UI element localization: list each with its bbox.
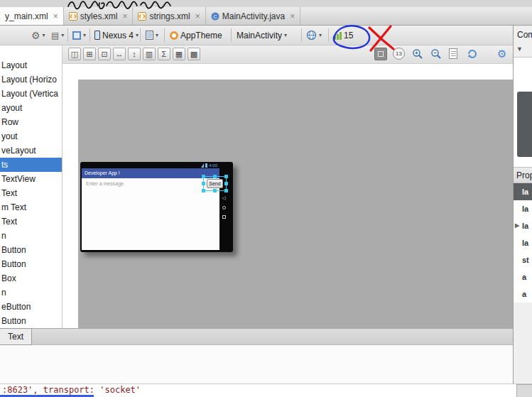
toolbar-separator [164, 28, 165, 42]
toolbar-separator [89, 28, 90, 42]
selection-handle[interactable] [213, 175, 217, 178]
palette-panel: Layout Layout (Horizo Layout (Vertica ay… [0, 45, 63, 328]
close-icon[interactable]: × [290, 11, 295, 21]
palette-item[interactable]: n [0, 285, 62, 300]
dropdown-caret-icon: ▾ [43, 32, 45, 38]
palette-item[interactable]: Row [0, 115, 62, 129]
property-row[interactable]: ▶la [514, 217, 532, 234]
export-image-button[interactable] [449, 48, 457, 59]
globe-icon [306, 30, 317, 40]
configuration-picker[interactable]: ▾ [72, 26, 86, 45]
palette-item[interactable]: eButton [0, 300, 62, 314]
palette-item[interactable]: veLayout [0, 143, 62, 158]
device-picker[interactable]: Nexus 4 ▾ [94, 26, 139, 45]
palette-item[interactable]: Button [0, 314, 62, 328]
palette-item[interactable]: Button [0, 257, 62, 271]
dropdown-icon[interactable]: ▼ [516, 45, 523, 53]
palette-item[interactable]: ayout [0, 101, 62, 115]
zoom-in-button[interactable] [412, 48, 423, 62]
tab-styles-xml[interactable]: styles.xml × [64, 7, 134, 25]
signal-icon [201, 163, 204, 168]
render-options-button[interactable]: ▤ ▾ [51, 26, 64, 45]
designer-settings-button[interactable]: ⚙ [497, 48, 506, 60]
canvas-option-icon[interactable]: ⊞ [83, 48, 96, 60]
toolbar-separator [67, 28, 68, 42]
app-title: Developer App ! [85, 170, 120, 175]
palette-item[interactable]: Layout (Vertica [0, 87, 62, 101]
canvas-option-icon[interactable]: ↔ [113, 48, 126, 60]
palette-item[interactable]: Box [0, 271, 62, 285]
property-row[interactable]: la [514, 234, 532, 251]
api-version-picker[interactable]: 15 [334, 26, 353, 45]
palette-item[interactable]: Text [0, 214, 62, 229]
tab-text-mode[interactable]: Text [0, 328, 32, 345]
palette-item[interactable]: TextView [0, 172, 62, 186]
zoom-out-button[interactable] [430, 48, 442, 62]
resize-grip[interactable] [516, 384, 532, 397]
component-tree[interactable] [514, 57, 532, 168]
theme-icon [170, 31, 178, 40]
theme-picker[interactable]: AppTheme [170, 26, 222, 45]
component-tree-selection[interactable] [517, 92, 532, 157]
zoom-level-badge[interactable]: 13 [393, 48, 405, 60]
close-icon[interactable]: × [122, 11, 127, 21]
property-row[interactable]: a [514, 268, 532, 285]
api-level-label: 15 [344, 31, 353, 40]
edittext-hint[interactable]: Enter a message [86, 181, 124, 186]
selection-handle[interactable] [202, 189, 205, 192]
battery-icon [205, 163, 207, 168]
tab-mainactivity-java[interactable]: C MainActivity.java × [206, 7, 301, 25]
palette-item[interactable]: Layout [0, 58, 62, 72]
tab-activity-main-xml[interactable]: y_main.xml × [0, 7, 64, 25]
console-panel[interactable] [0, 345, 532, 384]
activity-picker[interactable]: MainActivity ▾ [237, 26, 287, 45]
dropdown-caret-icon: ▾ [284, 32, 287, 38]
tab-strings-xml[interactable]: strings.xml × [133, 7, 205, 25]
canvas-option-icon[interactable]: ▩ [188, 48, 200, 60]
expand-arrow-icon[interactable]: ▶ [515, 217, 519, 234]
canvas-option-buttons: ◫ ⊞ ⊡ ↔ ↕ ▥ Σ ▦ ▩ [68, 48, 200, 60]
refresh-button[interactable] [466, 48, 478, 62]
gear-icon: ⚙ [31, 30, 40, 41]
canvas-option-icon[interactable]: ▦ [173, 48, 185, 60]
palette-item[interactable]: m Text [0, 200, 62, 214]
locale-picker[interactable]: ▾ [306, 26, 322, 45]
palette-item[interactable]: n [0, 229, 62, 243]
editor-settings-button[interactable]: ⚙ ▾ [31, 26, 45, 45]
close-icon[interactable]: × [195, 11, 200, 21]
palette-item[interactable]: Text [0, 186, 62, 200]
selection-handle[interactable] [213, 189, 217, 192]
action-bar: Developer App ! [82, 168, 219, 178]
design-surface-toolbar: ◫ ⊞ ⊡ ↔ ↕ ▥ Σ ▦ ▩ 13 ⚙ [63, 45, 513, 64]
property-row[interactable]: la [514, 200, 532, 217]
palette-item[interactable]: yout [0, 129, 62, 143]
canvas-option-icon[interactable]: ↕ [128, 48, 141, 60]
palette-item[interactable]: Layout (Horizo [0, 72, 62, 87]
property-row[interactable]: la [514, 183, 532, 200]
canvas-option-icon[interactable]: ⊡ [98, 48, 111, 60]
activity-label: MainActivity [237, 31, 282, 40]
property-row[interactable]: a [514, 285, 532, 303]
navigation-bar: ◁ [219, 162, 228, 252]
close-icon[interactable]: × [53, 11, 58, 21]
gear-icon: ⚙ [497, 48, 506, 60]
tab-label: y_main.xml [5, 11, 48, 21]
zoom-real-size-button[interactable] [374, 48, 387, 60]
component-tree-title: Com [517, 30, 532, 40]
palette-item-selected[interactable]: ts [0, 158, 62, 172]
canvas-option-icon[interactable]: ◫ [68, 48, 81, 60]
canvas-option-icon[interactable]: ▥ [143, 48, 156, 60]
canvas-option-icon[interactable]: Σ [158, 48, 170, 60]
selection-handle[interactable] [202, 175, 205, 178]
selection-handle[interactable] [202, 182, 205, 185]
refresh-icon [466, 48, 478, 60]
right-dock-panel: Com ▼ Prop la la ▶la la st a a [513, 26, 532, 384]
device-label: Nexus 4 [102, 31, 134, 40]
device-preview[interactable]: 4:00 Developer App ! Enter a message Sen… [80, 162, 233, 252]
orientation-picker[interactable]: ▾ [146, 26, 158, 45]
dropdown-caret-icon: ▾ [156, 32, 158, 38]
palette-item-list: Layout Layout (Horizo Layout (Vertica ay… [0, 58, 62, 328]
palette-item[interactable]: Button [0, 243, 62, 257]
property-row[interactable]: st [514, 251, 532, 268]
properties-title: Prop [514, 168, 532, 183]
